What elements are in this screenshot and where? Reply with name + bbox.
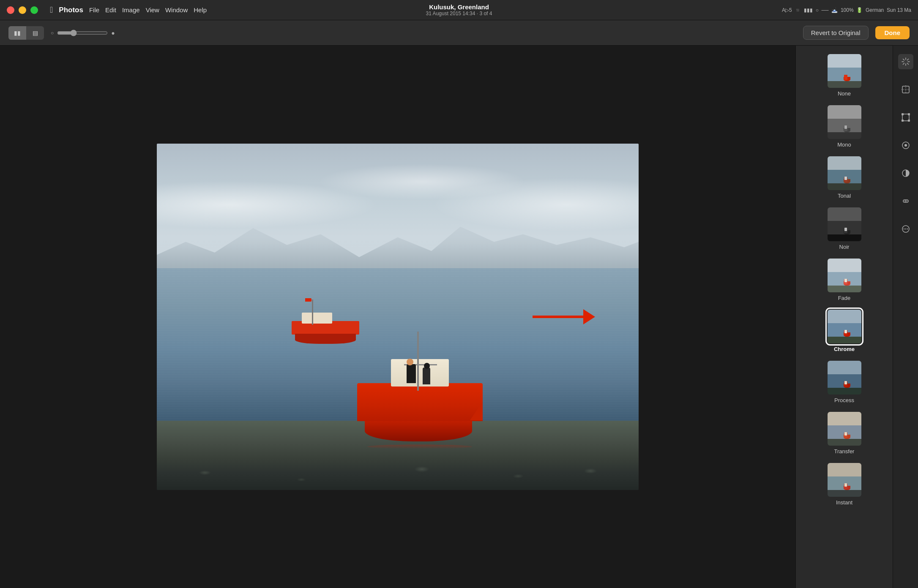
app-name[interactable]: Photos <box>59 6 83 14</box>
filter-instant[interactable]: Instant <box>796 459 893 510</box>
view-toggle: ▮▮ ▤ <box>8 26 44 40</box>
crop-tool[interactable] <box>898 82 913 97</box>
window-minimize-button[interactable] <box>19 6 26 14</box>
main-boat-mast <box>417 332 419 391</box>
arrow-annotation <box>533 309 595 324</box>
arrow-head <box>583 309 595 324</box>
filter-tonal-label: Tonal <box>838 193 851 199</box>
bandaid-tool[interactable] <box>898 193 913 209</box>
arrow-shaft <box>533 316 583 318</box>
filter-none-label: None <box>838 90 851 97</box>
filter-chrome-label: Chrome <box>834 346 855 352</box>
main-boat-cabin <box>391 359 448 387</box>
filter-sidebar: None Mono Tonal <box>795 46 893 588</box>
filter-process-thumb <box>828 361 861 395</box>
svg-point-17 <box>904 144 907 147</box>
svg-line-7 <box>903 63 904 65</box>
filter-instant-thumb <box>828 463 861 497</box>
photo-subtitle: 31 August 2015 14:34 · 3 of 4 <box>426 11 492 16</box>
menu-file[interactable]: File <box>89 6 99 14</box>
small-boat-hull <box>295 334 356 344</box>
filter-tonal[interactable]: Tonal <box>796 152 893 203</box>
done-button[interactable]: Done <box>875 26 910 39</box>
main-area: None Mono Tonal <box>0 46 918 588</box>
filter-instant-label: Instant <box>836 499 852 506</box>
menubar-center: Kulusuk, Greenland 31 August 2015 14:34 … <box>426 3 492 16</box>
filter-fade[interactable]: Fade <box>796 254 893 305</box>
more-tools[interactable] <box>898 221 913 237</box>
small-boat-cabin <box>302 313 332 324</box>
filter-fade-thumb <box>828 259 861 292</box>
menubar-right: A▷5 ◾ ▮▮▮ ○ ── 🗻 100% 🔋 German Sun 13 Ma <box>782 7 911 13</box>
zoom-slider-wrapper: ○ ● <box>51 30 115 36</box>
main-boat-body <box>357 383 483 421</box>
person-2-head <box>424 363 430 369</box>
system-status: A▷5 ◾ ▮▮▮ ○ ── 🗻 100% 🔋 German Sun 13 Ma <box>782 7 911 13</box>
tool-sidebar <box>893 46 918 588</box>
filter-noir-thumb <box>828 207 861 241</box>
svg-point-24 <box>903 229 904 229</box>
menubar:  Photos File Edit Image View Window Hel… <box>0 0 918 20</box>
svg-line-6 <box>907 59 908 60</box>
photo-canvas <box>0 46 795 588</box>
view-single-button[interactable]: ▮▮ <box>8 26 26 40</box>
svg-point-26 <box>907 229 907 229</box>
main-boat <box>354 332 485 441</box>
adjust-tool[interactable] <box>898 166 913 181</box>
filter-process[interactable]: Process <box>796 357 893 408</box>
filter-noir-label: Noir <box>839 244 850 250</box>
photo-title: Kulusuk, Greenland <box>426 3 492 11</box>
window-maximize-button[interactable] <box>30 6 38 14</box>
retouch-tool[interactable] <box>898 138 913 153</box>
svg-point-21 <box>904 201 905 201</box>
svg-rect-13 <box>908 113 910 115</box>
zoom-min-icon: ○ <box>51 30 54 36</box>
toolbar: ▮▮ ▤ ○ ● Revert to Original Done <box>0 20 918 46</box>
filter-mono-label: Mono <box>837 142 851 148</box>
svg-point-25 <box>905 229 906 229</box>
svg-rect-14 <box>902 120 904 122</box>
svg-line-5 <box>907 63 908 65</box>
filter-mono[interactable]: Mono <box>796 101 893 152</box>
photo-shore-rocks <box>157 455 639 490</box>
person-1 <box>407 364 416 383</box>
svg-point-22 <box>906 201 907 201</box>
menu-view[interactable]: View <box>146 6 159 14</box>
magic-wand-tool[interactable] <box>898 54 913 69</box>
menu-edit[interactable]: Edit <box>105 6 116 14</box>
menubar-left:  Photos File Edit Image View Window Hel… <box>7 5 207 15</box>
svg-line-4 <box>903 59 904 60</box>
window-close-button[interactable] <box>7 6 14 14</box>
small-boat-flag <box>305 298 311 302</box>
filter-tonal-thumb <box>828 156 861 190</box>
svg-rect-15 <box>908 120 910 122</box>
filter-chrome[interactable]: Chrome <box>796 305 893 357</box>
filter-transfer-thumb <box>828 412 861 446</box>
transform-tool[interactable] <box>898 110 913 125</box>
zoom-max-icon: ● <box>111 30 115 36</box>
photo-image <box>157 144 639 490</box>
filter-mono-thumb <box>828 105 861 139</box>
filter-none-thumb <box>828 54 861 88</box>
main-boat-hull <box>365 418 472 441</box>
filter-transfer[interactable]: Transfer <box>796 408 893 459</box>
window-controls <box>7 6 38 14</box>
filter-noir[interactable]: Noir <box>796 203 893 254</box>
menu-window[interactable]: Window <box>165 6 188 14</box>
menu-image[interactable]: Image <box>122 6 140 14</box>
apple-menu-icon[interactable]:  <box>50 5 53 15</box>
small-boat-mast <box>312 299 313 325</box>
filter-process-label: Process <box>834 397 854 403</box>
main-boat-bow <box>470 401 483 420</box>
small-boat <box>292 310 359 344</box>
svg-rect-12 <box>902 113 904 115</box>
filter-none[interactable]: None <box>796 50 893 101</box>
person-2 <box>423 368 430 384</box>
filter-fade-label: Fade <box>838 295 851 301</box>
view-grid-button[interactable]: ▤ <box>26 26 44 40</box>
zoom-slider[interactable] <box>57 30 108 36</box>
filter-chrome-thumb <box>828 310 861 343</box>
filter-transfer-label: Transfer <box>834 448 855 455</box>
revert-button[interactable]: Revert to Original <box>803 26 869 40</box>
menu-help[interactable]: Help <box>194 6 207 14</box>
